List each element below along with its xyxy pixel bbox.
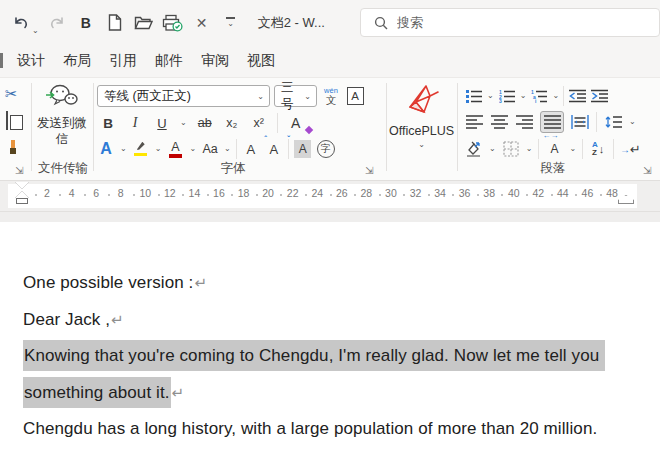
character-scaling-icon[interactable]: ←→A xyxy=(545,138,563,160)
underline-dropdown-icon[interactable]: ⌄ xyxy=(180,119,187,127)
bullets-dropdown-icon[interactable]: ⌄ xyxy=(487,92,494,100)
numbering-icon[interactable]: 123 xyxy=(498,85,516,107)
align-left-icon[interactable] xyxy=(465,111,483,133)
character-scaling-dropdown-icon[interactable]: ⌄ xyxy=(569,145,576,153)
tab-references[interactable]: 引用 xyxy=(109,52,137,70)
close-document-icon[interactable]: ✕ xyxy=(191,11,213,35)
paragraph-dialog-launcher-icon[interactable]: ⇲ xyxy=(643,166,651,176)
document-line[interactable]: something about it.↵ xyxy=(23,375,654,412)
font-name-combo[interactable]: 等线 (西文正文) ⌄ xyxy=(97,85,270,107)
numbering-dropdown-icon[interactable]: ⌄ xyxy=(520,92,527,100)
document-line[interactable]: One possible version :↵ xyxy=(23,265,654,302)
document-line[interactable]: Dear Jack ,↵ xyxy=(23,302,654,339)
left-indent-marker[interactable] xyxy=(16,198,28,204)
strikethrough-button[interactable]: ab xyxy=(196,112,214,134)
increase-indent-icon[interactable] xyxy=(590,85,608,107)
undo-dropdown-icon[interactable]: ⌄ xyxy=(32,27,39,35)
clear-formatting-icon[interactable]: A xyxy=(287,112,305,134)
multilevel-dropdown-icon[interactable]: ⌄ xyxy=(552,92,559,100)
distributed-icon[interactable] xyxy=(571,111,589,133)
officeplus-dropdown-icon[interactable]: ⌄ xyxy=(418,141,425,149)
ruler-tick xyxy=(526,194,528,196)
chevron-down-icon[interactable]: ⌄ xyxy=(257,92,269,101)
search-box[interactable] xyxy=(360,8,660,37)
tab-design[interactable]: 设计 xyxy=(17,52,45,70)
change-case-dropdown-icon[interactable]: ⌄ xyxy=(224,145,231,153)
align-center-icon[interactable] xyxy=(490,111,508,133)
customize-toolbar-icon[interactable]: ⌄ xyxy=(220,11,242,35)
font-dialog-launcher-icon[interactable]: ⇲ xyxy=(365,166,373,176)
wechat-icon xyxy=(45,82,79,112)
svg-text:3: 3 xyxy=(499,98,502,103)
text-effects-icon[interactable]: A xyxy=(97,138,115,160)
horizontal-ruler[interactable]: 2468101214161820222426283032343638404244… xyxy=(0,181,660,211)
tab-layout[interactable]: 布局 xyxy=(63,52,91,70)
document-page[interactable]: One possible version :↵Dear Jack ,↵Knowi… xyxy=(0,222,660,451)
ruler-number: 38 xyxy=(483,187,495,199)
send-to-wechat-button[interactable]: 发送到微信 xyxy=(32,82,92,162)
justify-icon[interactable] xyxy=(540,111,564,133)
clipboard-dialog-launcher-icon[interactable]: ⇲ xyxy=(15,166,23,176)
borders-dropdown-icon[interactable]: ⌄ xyxy=(526,145,533,153)
borders-icon[interactable] xyxy=(502,138,520,160)
ruler-number: 24 xyxy=(311,187,323,199)
character-border-icon[interactable]: A xyxy=(346,85,364,107)
copy-icon[interactable] xyxy=(6,112,8,130)
ruler-tick xyxy=(600,194,602,196)
text-effects-dropdown-icon[interactable]: ⌄ xyxy=(120,145,127,153)
clipped-tab[interactable] xyxy=(0,53,3,68)
character-shading-icon[interactable]: A xyxy=(294,138,312,160)
line-spacing-icon[interactable] xyxy=(604,111,622,133)
ruler-number: 40 xyxy=(508,187,520,199)
align-right-icon[interactable] xyxy=(515,111,533,133)
print-preview-icon[interactable] xyxy=(162,11,184,35)
redo-icon[interactable] xyxy=(46,11,68,35)
font-color-icon[interactable]: A xyxy=(166,138,184,160)
superscript-button[interactable]: x² xyxy=(250,112,268,134)
decrease-indent-icon[interactable] xyxy=(568,85,586,107)
shading-icon[interactable] xyxy=(465,138,483,160)
tab-review[interactable]: 审阅 xyxy=(201,52,229,70)
ruler-tick xyxy=(84,194,86,196)
tab-view[interactable]: 视图 xyxy=(247,52,275,70)
font-size-combo[interactable]: 三号 ⌄ xyxy=(274,85,317,107)
grow-font-icon[interactable]: Aˆ xyxy=(242,138,260,160)
phonetic-guide-icon[interactable]: wén 文 xyxy=(322,85,340,107)
bold-button[interactable]: B xyxy=(99,112,117,134)
document-line[interactable]: Chengdu has a long history, with a large… xyxy=(23,411,654,448)
underline-button[interactable]: U xyxy=(153,112,171,134)
italic-button[interactable]: I xyxy=(126,112,144,134)
ruler-number: 28 xyxy=(361,187,373,199)
bullets-icon[interactable] xyxy=(465,85,483,107)
ruler-number: 22 xyxy=(287,187,299,199)
highlight-dropdown-icon[interactable]: ⌄ xyxy=(155,145,162,153)
show-hide-marks-icon[interactable]: →↵ xyxy=(620,138,641,160)
enclose-characters-icon[interactable]: 字 xyxy=(317,138,335,160)
ruler-number: 34 xyxy=(434,187,446,199)
cut-icon[interactable]: ✂ xyxy=(5,85,18,103)
chevron-down-icon[interactable]: ⌄ xyxy=(304,92,316,101)
tab-mailings[interactable]: 邮件 xyxy=(155,52,183,70)
document-line[interactable]: Knowing that you're coming to Chengdu, I… xyxy=(23,338,654,375)
shading-dropdown-icon[interactable]: ⌄ xyxy=(489,145,496,153)
new-document-icon[interactable] xyxy=(104,11,126,35)
line-spacing-dropdown-icon[interactable]: ⌄ xyxy=(629,118,636,126)
wechat-button-label: 发送到微信 xyxy=(32,115,92,147)
font-color-dropdown-icon[interactable]: ⌄ xyxy=(189,145,196,153)
hanging-indent-marker[interactable] xyxy=(15,191,29,198)
bold-quick-icon[interactable]: B xyxy=(75,11,97,35)
first-line-indent-marker[interactable] xyxy=(15,182,29,189)
highlight-color-icon[interactable] xyxy=(132,138,150,160)
sort-icon[interactable]: AZ↓ xyxy=(589,138,607,160)
ruler-tick xyxy=(305,194,307,196)
ruler-tick xyxy=(330,194,332,196)
word-window: ⌄ B ✕ ⌄ 文档2 - W... 设计 布局 xyxy=(0,0,660,451)
shrink-font-icon[interactable]: Aˇ xyxy=(265,138,283,160)
open-folder-icon[interactable] xyxy=(133,11,155,35)
subscript-button[interactable]: x₂ xyxy=(223,112,241,134)
officeplus-button[interactable]: OfficePLUS ⌄ xyxy=(387,82,456,168)
change-case-button[interactable]: Aa xyxy=(201,138,219,160)
undo-icon[interactable] xyxy=(10,11,32,35)
search-input[interactable] xyxy=(397,15,597,30)
multilevel-list-icon[interactable]: 1ai xyxy=(530,85,548,107)
